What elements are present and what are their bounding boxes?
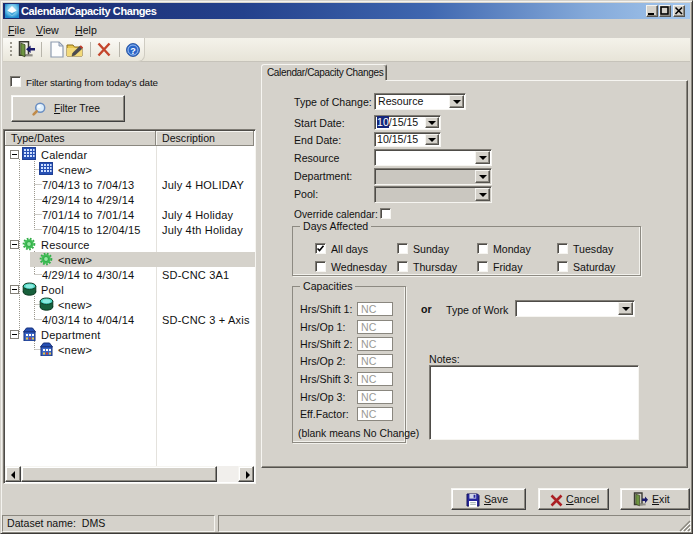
svg-text:?: ? — [130, 46, 136, 56]
